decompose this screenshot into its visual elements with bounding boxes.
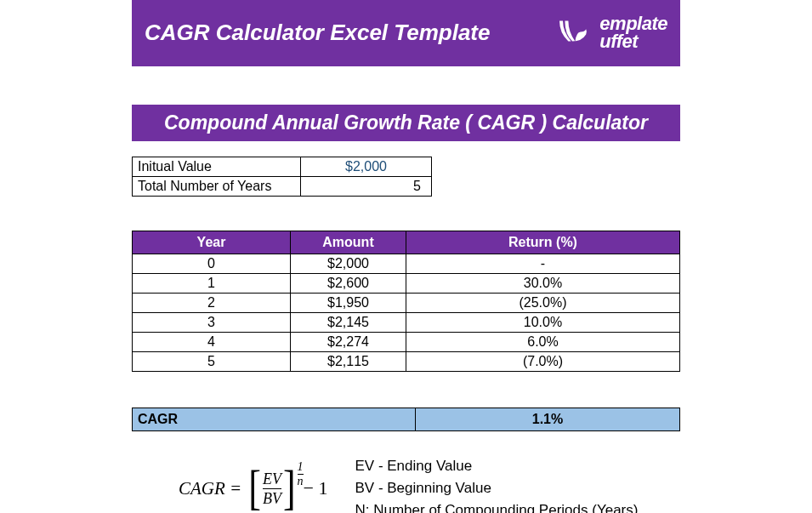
total-years-cell[interactable]: 5 [301,176,432,196]
table-row: 1 $2,600 30.0% [133,273,680,293]
data-table: Year Amount Return (%) 0 $2,000 - 1 $2,6… [132,231,680,372]
initial-value-cell[interactable]: $2,000 [301,157,432,176]
page-title: CAGR Calculator Excel Template [145,20,491,46]
logo-line2: uffet [599,31,638,52]
formula-section: CAGR = [ EV BV ] 1 n − 1 EV - Ending Val… [132,455,680,513]
header-amount: Amount [291,231,406,254]
cagr-label: CAGR [133,408,416,430]
brand-logo: emplate uffet [552,15,667,51]
table-row: 0 $2,000 - [133,254,680,273]
header-return: Return (%) [406,231,680,254]
formula-legend: EV - Ending Value BV - Beginning Value N… [355,455,638,513]
cagr-formula: CAGR = [ EV BV ] 1 n − 1 [132,461,327,513]
logo-wing-icon [552,20,594,47]
legend-n: N: Number of Compounding Periods (Years) [355,499,638,513]
input-table: Initual Value $2,000 Total Number of Yea… [132,157,680,197]
legend-ev: EV - Ending Value [355,455,638,477]
cagr-result: CAGR 1.1% [132,408,680,431]
cagr-value: 1.1% [416,408,680,430]
initial-value-label: Initual Value [133,157,301,176]
total-years-label: Total Number of Years [133,176,301,196]
subtitle: Compound Annual Growth Rate ( CAGR ) Cal… [132,105,680,141]
page-header: CAGR Calculator Excel Template emplate u… [132,0,680,66]
legend-bv: BV - Beginning Value [355,477,638,499]
table-row: 3 $2,145 10.0% [133,312,680,332]
table-row: 5 $2,115 (7.0%) [133,351,680,371]
header-year: Year [133,231,291,254]
table-row: 2 $1,950 (25.0%) [133,293,680,312]
table-row: 4 $2,274 6.0% [133,332,680,351]
